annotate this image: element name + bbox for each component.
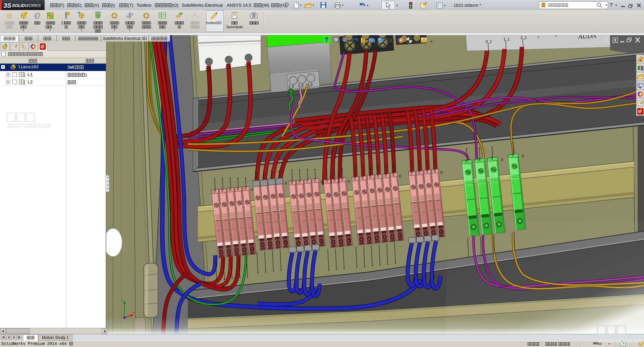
svg-text:0: 0 — [221, 189, 223, 193]
svg-text:0: 0 — [362, 176, 364, 180]
svg-text:*: * — [537, 36, 539, 41]
svg-text:SOLIDWORKS: SOLIDWORKS — [12, 3, 41, 8]
svg-text:1 1: 1 1 — [225, 65, 230, 69]
svg-text:0: 0 — [418, 171, 420, 175]
svg-text:0: 0 — [426, 170, 428, 174]
svg-text:0: 0 — [278, 180, 280, 184]
svg-text:0: 0 — [399, 174, 401, 178]
svg-text:0: 0 — [326, 180, 328, 183]
svg-text:0: 0 — [478, 158, 480, 162]
svg-text:0: 0 — [411, 171, 413, 175]
svg-text:0: 0 — [434, 169, 436, 173]
svg-text:1: 1 — [252, 247, 254, 251]
svg-text:0: 0 — [333, 179, 335, 183]
svg-text:0: 0 — [321, 180, 323, 184]
svg-text:2_0: 2_0 — [288, 85, 294, 88]
svg-text:3_0: 3_0 — [298, 84, 304, 87]
svg-text:S: S — [638, 110, 640, 114]
svg-text:1: 1 — [441, 229, 443, 233]
svg-text:1: 1 — [285, 240, 287, 244]
svg-text:Y: Y — [121, 300, 123, 303]
svg-text:0: 0 — [522, 154, 524, 158]
svg-text:0: 0 — [245, 187, 247, 190]
svg-text:1: 1 — [348, 238, 351, 242]
svg-text:0: 0 — [341, 178, 343, 182]
svg-text:0: 0 — [314, 179, 316, 182]
svg-text:AUDA: AUDA — [577, 35, 597, 40]
svg-text:1: 1 — [400, 233, 402, 237]
svg-text:0: 0 — [385, 174, 387, 178]
svg-text:0: 0 — [263, 182, 265, 185]
svg-text:1: 1 — [321, 239, 323, 243]
svg-text:0: 0 — [299, 180, 301, 184]
svg-text:*: * — [555, 35, 557, 40]
svg-text:X: X — [133, 311, 135, 314]
svg-text:0: 0 — [512, 153, 514, 157]
svg-text:0: 0 — [255, 182, 257, 186]
svg-text:0: 0 — [491, 157, 493, 160]
svg-text:0: 0 — [466, 159, 468, 163]
svg-text:4_0: 4_0 — [307, 83, 313, 86]
svg-text:0: 0 — [285, 181, 287, 185]
svg-text:0 1: 0 1 — [245, 63, 250, 67]
svg-text:2 1: 2 1 — [205, 68, 210, 72]
svg-text:0: 0 — [270, 181, 272, 184]
svg-text:0: 0 — [291, 181, 293, 185]
svg-text:0: 0 — [501, 158, 503, 162]
svg-text:0: 0 — [369, 175, 371, 179]
svg-text:0: 0 — [377, 175, 379, 178]
svg-text:0: 0 — [392, 173, 394, 177]
svg-text:0: 0 — [214, 190, 216, 193]
svg-text:1_1: 1_1 — [503, 37, 509, 41]
svg-text:0: 0 — [354, 177, 356, 181]
svg-text:0: 0 — [229, 188, 231, 192]
svg-text:ЗS: ЗS — [3, 2, 11, 9]
svg-text:0_1: 0_1 — [486, 40, 492, 44]
svg-text:2_1: 2_1 — [521, 36, 527, 40]
svg-text:0: 0 — [237, 187, 239, 191]
svg-text:0: 0 — [440, 170, 442, 175]
svg-text:0: 0 — [348, 179, 350, 183]
svg-text:0: 0 — [306, 179, 308, 183]
svg-text:0: 0 — [251, 188, 253, 192]
